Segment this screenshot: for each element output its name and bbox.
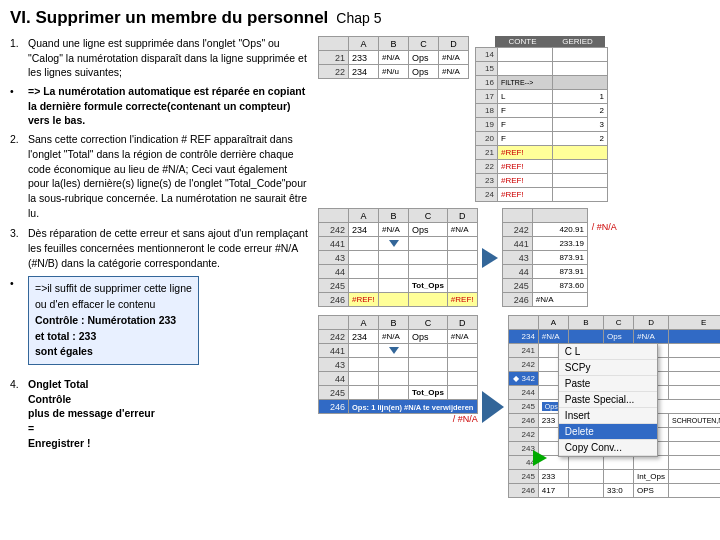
cell <box>379 386 409 400</box>
row-num: 24 <box>476 188 498 202</box>
cell: F <box>498 104 553 118</box>
cell: 234 <box>349 65 379 79</box>
col-header-empty <box>319 316 349 330</box>
cell tot-ops: Tot_Ops <box>409 279 448 293</box>
context-menu: C L SCPy Paste Paste Special... Insert D… <box>558 343 658 457</box>
row-num: 245 <box>508 470 538 484</box>
cell <box>349 251 379 265</box>
bullet-1-marker: • <box>10 84 24 128</box>
cell: L <box>498 90 553 104</box>
cell: 233 <box>349 51 379 65</box>
cell: Ops <box>409 223 448 237</box>
row-num: 20 <box>476 132 498 146</box>
section-3: 3. Dès réparation de cette erreur et san… <box>10 226 310 270</box>
context-menu-popup[interactable]: C L SCPy Paste Paste Special... Insert D… <box>558 343 658 457</box>
cell <box>568 470 603 484</box>
col-d: D <box>447 209 477 223</box>
col-header-empty <box>319 209 349 223</box>
cell: Ops <box>409 330 448 344</box>
table-row: 242 420.91 <box>502 223 587 237</box>
ops-verwijderen-cell: Ops: 1 lijn(en) #N/A te verwijderen <box>349 400 478 414</box>
context-menu-item-paste-special[interactable]: Paste Special... <box>559 392 657 408</box>
table-row: 22 234 #N/u Ops #N/A <box>319 65 469 79</box>
cell: F <box>498 132 553 146</box>
row-num: 19 <box>476 118 498 132</box>
row-num: 18 <box>476 104 498 118</box>
left-column: 1. Quand une ligne est supprimée dans l'… <box>10 36 310 498</box>
cell <box>409 293 448 307</box>
spreadsheet-mid-left: A B C D 242 234 #N/A Ops <box>318 208 478 307</box>
cell: 873.60 <box>532 279 587 293</box>
col-header-a1: A <box>349 37 379 51</box>
section-1: 1. Quand une ligne est supprimée dans l'… <box>10 36 310 80</box>
table-row: 242 234 #N/A Ops #N/A <box>319 223 478 237</box>
content-area: 1. Quand une ligne est supprimée dans l'… <box>10 36 710 498</box>
cell <box>669 428 720 442</box>
cell <box>349 237 379 251</box>
cell-na: #N/A <box>439 65 469 79</box>
top-left-spreadsheet: A B C D 21 233 #N/A Ops <box>318 36 469 79</box>
section-2: 2. Sans cette correction l'indication # … <box>10 132 310 220</box>
cell-na: #N/A <box>447 330 477 344</box>
cell: 33:0 <box>604 484 634 498</box>
table-row: 245 Tot_Ops <box>319 279 478 293</box>
cell <box>349 265 379 279</box>
cell: OPS <box>634 484 669 498</box>
row-num: 245 <box>508 400 538 414</box>
col-header-d1: D <box>439 37 469 51</box>
cell: 233.19 <box>532 237 587 251</box>
table-row: 17 L 1 <box>476 90 608 104</box>
geried-header: GERIED <box>550 36 605 47</box>
cell <box>498 62 553 76</box>
cell <box>498 48 553 62</box>
context-menu-item-delete[interactable]: Delete <box>559 424 657 440</box>
row-num: 43 <box>319 251 349 265</box>
col-header-c1: C <box>409 37 439 51</box>
bullet-1-text: => La numérotation automatique est répar… <box>28 84 310 128</box>
section-bullet-1: • => La numérotation automatique est rép… <box>10 84 310 128</box>
spreadsheet-top-left: A B C D 21 233 #N/A Ops <box>318 36 469 79</box>
row-num: 44 <box>319 265 349 279</box>
table-row: 23 #REF! <box>476 174 608 188</box>
mid-right-values-spreadsheet: 242 420.91 441 233.19 43 873.91 <box>502 208 588 307</box>
context-menu-item-insert[interactable]: Insert <box>559 408 657 424</box>
green-arrow-indicator <box>533 450 547 466</box>
page-container: VI. Supprimer un membre du personnel Cha… <box>0 0 720 540</box>
cell <box>409 237 448 251</box>
cell <box>379 237 409 251</box>
col-b3: B <box>568 316 603 330</box>
header-cols: CONTE GERIED <box>495 36 605 47</box>
cell <box>669 442 720 456</box>
cell-na: #N/u <box>379 65 409 79</box>
row-num: 15 <box>476 62 498 76</box>
cell: FILTRE--> <box>498 76 553 90</box>
section-2-number: 2. <box>10 132 24 220</box>
cell <box>669 456 720 470</box>
large-right-arrow <box>482 391 504 423</box>
cell: 233 <box>538 470 568 484</box>
col-header-empty <box>502 209 532 223</box>
col-e3: E <box>669 316 720 330</box>
cell <box>409 344 448 358</box>
context-menu-item-cl[interactable]: C L <box>559 344 657 360</box>
cell <box>379 372 409 386</box>
section-1-text: Quand une ligne est supprimée dans l'ong… <box>28 36 310 80</box>
col-a3: A <box>538 316 568 330</box>
spreadsheet-bottom-left: A B C D 242 234 #N/A Ops <box>318 315 478 414</box>
context-menu-item-scpy[interactable]: SCPy <box>559 360 657 376</box>
cell-err: #REF! <box>498 174 553 188</box>
table-row: 43 873.91 <box>502 251 587 265</box>
table-row: 43 <box>319 251 478 265</box>
table-row: 246 #REF! #REF! <box>319 293 478 307</box>
cell: 2 <box>553 104 608 118</box>
cell <box>447 251 477 265</box>
context-menu-item-paste[interactable]: Paste <box>559 376 657 392</box>
cell <box>553 160 608 174</box>
row-num: 22 <box>476 160 498 174</box>
cell-err: #REF! <box>498 146 553 160</box>
top-right-spreadsheet-container: CONTE GERIED 14 15 <box>475 36 608 202</box>
cell <box>568 330 603 344</box>
context-menu-item-copy-conv[interactable]: Copy Conv... <box>559 440 657 456</box>
cell-err: #REF! <box>498 160 553 174</box>
cell <box>409 358 448 372</box>
